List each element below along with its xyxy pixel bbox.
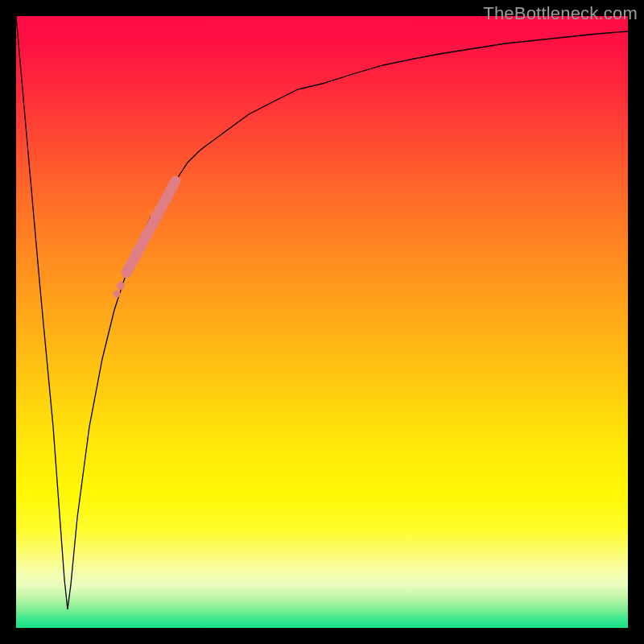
svg-point-4 — [151, 212, 162, 223]
svg-point-3 — [141, 229, 152, 241]
bottleneck-curve — [16, 16, 628, 609]
svg-point-1 — [122, 266, 132, 275]
curve-layer — [16, 16, 628, 628]
svg-point-5 — [160, 194, 171, 205]
svg-point-8 — [114, 291, 121, 298]
chart-plot-area — [16, 16, 628, 628]
watermark-label: TheBottleneck.com — [483, 3, 638, 24]
svg-point-2 — [132, 248, 142, 258]
svg-point-6 — [169, 179, 180, 189]
svg-point-7 — [117, 282, 125, 290]
highlight-blob — [114, 179, 180, 298]
